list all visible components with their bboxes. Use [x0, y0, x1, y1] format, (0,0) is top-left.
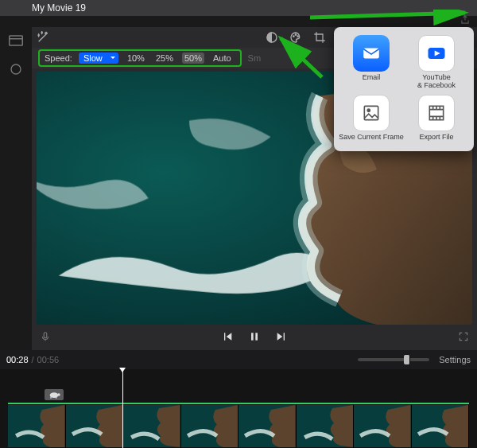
clip-thumb[interactable] [181, 404, 239, 448]
svg-rect-17 [50, 397, 51, 399]
fullscreen-icon[interactable] [458, 331, 469, 345]
email-icon [353, 35, 390, 72]
palette-icon[interactable] [288, 29, 304, 45]
svg-point-3 [293, 36, 294, 37]
prev-button[interactable] [221, 330, 234, 346]
clip-thumb[interactable] [238, 404, 297, 448]
mic-icon[interactable] [40, 331, 51, 345]
playhead[interactable] [122, 369, 123, 448]
time-current: 00:28 [6, 355, 29, 364]
share-export-file[interactable]: Export File [404, 95, 469, 142]
pause-button[interactable] [248, 330, 261, 346]
balance-icon[interactable] [264, 29, 280, 45]
speed-50[interactable]: 50% [182, 53, 204, 64]
svg-rect-29 [364, 106, 378, 119]
clip-thumb[interactable] [412, 404, 470, 448]
project-title: My Movie 19 [32, 2, 86, 14]
top-strip [0, 16, 477, 27]
share-youtube-facebook[interactable]: YouTube & Facebook [404, 35, 469, 90]
speed-10[interactable]: 10% [125, 53, 147, 64]
share-save-frame[interactable]: Save Current Frame [339, 95, 404, 142]
titlebar: My Movie 19 [0, 0, 477, 16]
crop-icon[interactable] [312, 29, 328, 45]
time-sep: / [32, 355, 34, 364]
svg-rect-27 [363, 49, 379, 59]
speed-25[interactable]: 25% [153, 53, 176, 64]
film-icon [418, 95, 455, 131]
svg-rect-0 [10, 36, 23, 45]
smooth-label: Sm [248, 53, 262, 63]
svg-rect-14 [255, 333, 258, 340]
clip-thumb[interactable] [66, 404, 124, 448]
svg-point-30 [367, 109, 370, 111]
speed-label: Speed: [45, 53, 72, 63]
svg-point-16 [57, 393, 60, 395]
time-bar: 00:28 / 00:56 Settings [0, 350, 477, 369]
svg-rect-13 [251, 333, 254, 340]
playback-controls [32, 326, 477, 350]
time-total: 00:56 [37, 355, 60, 364]
svg-point-4 [295, 34, 296, 35]
share-email-label: Email [363, 74, 381, 82]
share-youtube-label: YouTube & Facebook [417, 74, 456, 90]
share-popover: Email YouTube & Facebook Save Current Fr… [334, 27, 474, 151]
left-sidebar [0, 27, 32, 350]
svg-rect-12 [44, 333, 47, 338]
timeline-gap[interactable] [0, 369, 477, 403]
share-save-frame-label: Save Current Frame [339, 134, 404, 142]
svg-point-1 [11, 64, 21, 74]
clip-thumb[interactable] [123, 404, 181, 448]
timeline-track[interactable] [0, 403, 477, 448]
svg-point-5 [297, 36, 298, 37]
speed-auto[interactable]: Auto [211, 53, 234, 64]
clip-thumb[interactable] [8, 404, 66, 448]
magic-wand-icon[interactable] [35, 29, 51, 45]
zoom-slider[interactable] [358, 358, 429, 361]
share-email[interactable]: Email [339, 35, 404, 90]
next-button[interactable] [275, 330, 288, 346]
youtube-icon [418, 35, 455, 72]
image-icon [353, 95, 390, 131]
slow-badge-icon [45, 389, 64, 400]
clip-row[interactable] [8, 403, 469, 448]
clip-thumb[interactable] [354, 404, 412, 448]
sidebar-toggle-icon[interactable] [7, 32, 25, 49]
settings-button[interactable]: Settings [439, 355, 471, 364]
circle-toggle-icon[interactable] [7, 60, 25, 78]
share-export-label: Export File [419, 134, 453, 142]
zoom-thumb[interactable] [404, 355, 410, 364]
speed-controls-highlight: Speed: Slow 10% 25% 50% Auto [38, 49, 242, 67]
speed-dropdown[interactable]: Slow [79, 53, 118, 64]
svg-rect-18 [56, 397, 56, 399]
clip-thumb[interactable] [297, 404, 355, 448]
